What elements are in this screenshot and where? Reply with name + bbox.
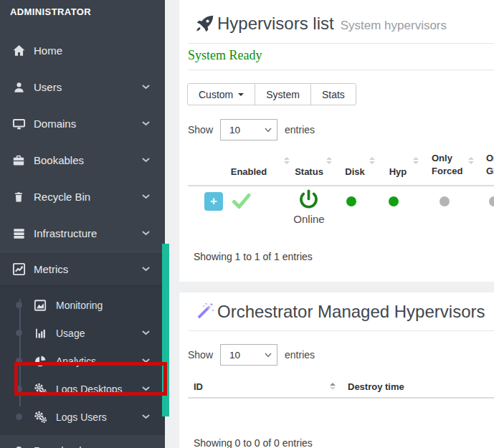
table-header-border	[188, 185, 494, 186]
column-header-hyp[interactable]: Hyp	[389, 166, 407, 178]
column-header-status[interactable]: Status	[295, 166, 323, 178]
entries-label: entries	[285, 124, 315, 135]
sidebar-subitem-label: Monitoring	[56, 300, 150, 311]
chevron-down-icon	[142, 121, 150, 126]
select-chevron-icon	[265, 353, 272, 358]
sidebar-item-label: Downloads	[34, 444, 150, 448]
chevron-down-icon	[142, 85, 150, 90]
sidebar-item-label: Recycle Bin	[34, 191, 142, 203]
cogs-icon	[32, 411, 48, 424]
enabled-check-icon	[232, 193, 251, 212]
stats-button[interactable]: Stats	[310, 83, 356, 105]
server-icon	[10, 227, 27, 240]
sidebar-item-label: Infrastructure	[34, 227, 142, 239]
chevron-down-icon	[142, 330, 150, 335]
sidebar-subitem-label: Usage	[56, 328, 142, 339]
sidebar-subitem-monitoring[interactable]: Monitoring	[0, 291, 165, 319]
section-title: Orchestrator Managed Hypervisors	[217, 301, 485, 323]
tree-dot	[16, 414, 22, 420]
table-info-text: Showing 1 to 1 of 1 entries	[194, 251, 313, 262]
sidebar-item-metrics[interactable]: Metrics	[0, 252, 165, 286]
metrics-submenu: Monitoring Usage Analytics Logs D	[0, 286, 165, 435]
user-icon	[10, 81, 27, 94]
sort-icon[interactable]	[413, 157, 419, 164]
disk-status-dot	[346, 196, 356, 206]
page-size-select[interactable]: 10	[220, 344, 277, 366]
sidebar-item-users[interactable]: Users	[0, 69, 165, 105]
sidebar-item-recycle-bin[interactable]: Recycle Bin	[0, 178, 165, 215]
sidebar-item-label: Metrics	[34, 263, 142, 275]
page-size-control: Show 10 entries	[188, 344, 315, 366]
column-header-destroy-time[interactable]: Destroy time	[348, 381, 404, 394]
chevron-down-icon	[142, 414, 150, 419]
divider	[188, 330, 494, 331]
tree-dot	[16, 302, 22, 308]
column-header-enabled[interactable]: Enabled	[231, 166, 267, 178]
chevron-down-icon	[142, 267, 150, 272]
show-label: Show	[188, 124, 213, 135]
sidebar-item-downloads[interactable]: Downloads	[0, 435, 165, 448]
sidebar-item-label: Users	[34, 81, 142, 93]
briefcase-icon	[10, 154, 27, 167]
chevron-down-icon	[142, 231, 150, 236]
chart-area-icon	[32, 299, 48, 312]
sidebar-item-label: Domains	[34, 118, 142, 130]
sidebar-subitem-label: Logs Users	[56, 411, 142, 423]
system-button[interactable]: System	[255, 83, 311, 105]
show-label: Show	[188, 349, 213, 361]
only-forced-status-dot	[440, 196, 450, 206]
sidebar-item-bookables[interactable]: Bookables	[0, 142, 165, 178]
trash-icon	[10, 191, 27, 204]
hypervisors-panel: Hypervisors list System hypervisors Syst…	[179, 0, 494, 282]
tree-dot	[16, 330, 22, 336]
chart-line-icon	[10, 262, 27, 276]
only-gpus-status-dot	[489, 196, 494, 206]
sidebar-subitem-usage[interactable]: Usage	[0, 319, 165, 347]
sort-icon[interactable]	[284, 157, 290, 164]
column-header-only-forced[interactable]: Only Forced	[432, 152, 462, 178]
magic-wand-icon	[195, 302, 214, 321]
entries-label: entries	[285, 349, 315, 361]
home-icon	[10, 44, 27, 57]
system-status-message: System Ready	[188, 48, 262, 63]
caret-down-icon	[238, 93, 244, 96]
cloud-download-icon	[10, 444, 27, 448]
sort-icon[interactable]	[330, 383, 336, 390]
hypervisor-actions-group: Custom System Stats	[187, 83, 356, 105]
chevron-down-icon	[142, 194, 150, 199]
table-info-text: Showing 0 to 0 of 0 entries	[194, 437, 313, 448]
sidebar-item-label: Bookables	[34, 154, 142, 166]
sidebar-item-label: Home	[34, 44, 150, 57]
sidebar-subitem-logs-users[interactable]: Logs Users	[0, 403, 165, 431]
sidebar-item-home[interactable]: Home	[0, 32, 165, 69]
sort-icon[interactable]	[369, 157, 375, 164]
column-header-id[interactable]: ID	[194, 381, 203, 394]
divider	[188, 43, 494, 44]
desktop-icon	[10, 118, 27, 130]
page-subtitle: System hypervisors	[341, 19, 447, 33]
page-size-control: Show 10 entries	[188, 119, 315, 140]
page-title: Hypervisors list	[217, 13, 334, 34]
status-text: Online	[293, 213, 324, 225]
divider	[188, 70, 494, 70]
highlight-box	[14, 362, 167, 396]
sidebar-title: ADMINISTRATOR	[0, 0, 165, 17]
sort-icon[interactable]	[326, 157, 332, 164]
table-header-border	[188, 397, 494, 399]
column-header-only-gpus[interactable]: Only GPUs	[486, 152, 494, 178]
sidebar-item-domains[interactable]: Domains	[0, 105, 165, 142]
sidebar-item-infrastructure[interactable]: Infrastructure	[0, 215, 165, 252]
orchestrator-panel: Orchestrator Managed Hypervisors Show 10…	[179, 292, 494, 448]
hyp-status-dot	[389, 196, 399, 206]
chart-bar-icon	[32, 327, 48, 340]
column-header-disk[interactable]: Disk	[345, 166, 364, 178]
page-size-select[interactable]: 10	[220, 119, 277, 140]
expand-row-button[interactable]: +	[204, 192, 223, 211]
select-chevron-icon	[265, 128, 272, 133]
sort-icon[interactable]	[468, 157, 474, 164]
chevron-down-icon	[142, 158, 150, 163]
rocket-icon	[195, 14, 214, 34]
power-online-icon	[298, 189, 320, 214]
custom-dropdown-button[interactable]: Custom	[187, 83, 255, 105]
